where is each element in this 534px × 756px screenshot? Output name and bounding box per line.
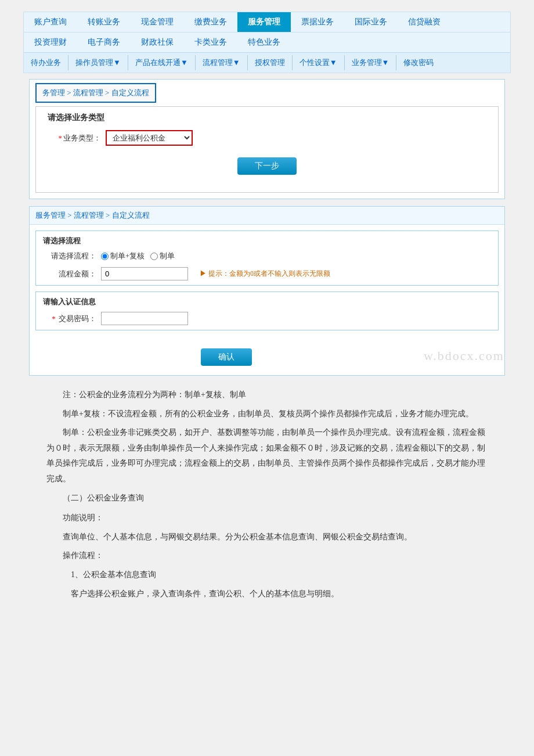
flow-label: 请选择流程： [43,251,101,261]
flow-section-title: 请选择流程 [43,236,491,246]
flow-radio-group: 制单+复核 制单 [101,251,175,261]
desc-para2: 制单：公积金业务非记账类交易，如开户、基数调整等功能，由制单员一个操作员办理完成… [46,425,488,487]
flow-section: 请选择流程 请选择流程： 制单+复核 制单 流程金额： ▶ 提示：金额为0或者不… [35,231,499,286]
op-label: 操作流程： [46,548,488,564]
business-type-label: *业务类型： [48,133,106,143]
amount-label: 流程金额： [43,269,101,279]
nav-item-card[interactable]: 卡类业务 [184,33,237,52]
watermark-row: 确认 w.bdocx.com [30,336,504,375]
nav-item-payment[interactable]: 缴费业务 [184,12,237,32]
sub-item-todo[interactable]: 待办业务 [24,55,68,70]
nav-bottom: 投资理财 电子商务 财政社保 卡类业务 特色业务 [24,32,510,52]
description-area: 注：公积金的业务流程分为两种：制单+复核、制单 制单+复核：不设流程金额，所有的… [23,381,511,611]
breadcrumb-panel2: 服务管理 > 流程管理 > 自定义流程 [30,207,504,225]
func-label: 功能说明： [46,510,488,526]
sub-item-business[interactable]: 业务管理▼ [345,55,397,70]
trade-pwd-input[interactable] [101,312,188,325]
nav-item-special[interactable]: 特色业务 [237,33,291,52]
nav-item-invest[interactable]: 投资理财 [24,33,77,52]
section-title-1: 请选择业务类型 [48,113,486,123]
nav-item-credit[interactable]: 信贷融资 [398,12,451,32]
next-button[interactable]: 下一步 [237,157,297,175]
business-type-select[interactable]: 企业福利公积金 其他业务 [106,130,193,146]
sub-item-flow[interactable]: 流程管理▼ [196,55,248,70]
radio-label-single[interactable]: 制单 [150,251,175,261]
nav-item-transfer[interactable]: 转账业务 [77,12,131,32]
required-star-2: * [52,314,56,323]
flow-select-row: 请选择流程： 制单+复核 制单 [43,251,491,261]
nav-top: 账户查询 转账业务 现金管理 缴费业务 服务管理 票据业务 国际业务 信贷融资 [24,12,510,32]
radio-single[interactable] [150,253,158,260]
panel2: 服务管理 > 流程管理 > 自定义流程 请选择流程 请选择流程： 制单+复核 制… [29,206,505,376]
radio-double[interactable] [101,253,109,260]
nav-item-finance[interactable]: 财政社保 [131,33,184,52]
trade-pwd-row: * 交易密码： [43,312,491,325]
op-item1: 1、公积金基本信息查询 [46,567,488,583]
desc-note: 注：公积金的业务流程分为两种：制单+复核、制单 [46,387,488,403]
confirm-button[interactable]: 确认 [201,348,252,366]
trade-pwd-label: * 交易密码： [43,314,101,324]
breadcrumb-panel1: 务管理 > 流程管理 > 自定义流程 [35,83,156,103]
auth-section: 请输入认证信息 * 交易密码： [35,291,499,330]
required-star: * [59,134,63,142]
sub-item-personal[interactable]: 个性设置▼ [293,55,345,70]
radio-label-double[interactable]: 制单+复核 [101,251,145,261]
desc-para1: 制单+复核：不设流程金额，所有的公积金业务，由制单员、复核员两个操作员都操作完成… [46,406,488,422]
business-type-row: *业务类型： 企业福利公积金 其他业务 [48,130,486,146]
nav-item-bill[interactable]: 票据业务 [291,12,344,32]
section-heading: （二）公积金业务查询 [46,491,488,506]
radio-double-label: 制单+复核 [110,251,145,261]
op-item1-desc: 客户选择公积金账户，录入查询条件，查询公积、个人的基本信息与明细。 [46,586,488,602]
watermark: w.bdocx.com [424,348,504,363]
sub-item-password[interactable]: 修改密码 [396,55,441,70]
nav-item-cash[interactable]: 现金管理 [131,12,184,32]
nav-item-intl[interactable]: 国际业务 [344,12,398,32]
sub-item-operator[interactable]: 操作员管理▼ [68,55,128,70]
form-panel1: 请选择业务类型 *业务类型： 企业福利公积金 其他业务 下一步 [35,106,499,193]
auth-section-title: 请输入认证信息 [43,297,491,307]
sub-item-auth[interactable]: 授权管理 [248,55,293,70]
amount-input[interactable] [101,267,188,280]
nav-item-account[interactable]: 账户查询 [24,12,77,32]
nav-container: 账户查询 转账业务 现金管理 缴费业务 服务管理 票据业务 国际业务 信贷融资 … [23,12,511,73]
tip-text: ▶ 提示：金额为0或者不输入则表示无限额 [200,269,330,279]
nav-item-service[interactable]: 服务管理 [237,12,291,32]
func-desc: 查询单位、个人基本信息，与网银交易结果。分为公积金基本信息查询、网银公积金交易结… [46,530,488,545]
nav-item-ecommerce[interactable]: 电子商务 [77,33,131,52]
radio-single-label: 制单 [160,251,175,261]
amount-row: 流程金额： ▶ 提示：金额为0或者不输入则表示无限额 [43,267,491,280]
nav-sub: 待办业务 操作员管理▼ 产品在线开通▼ 流程管理▼ 授权管理 个性设置▼ 业务管… [24,52,510,73]
sub-item-product[interactable]: 产品在线开通▼ [128,55,196,70]
